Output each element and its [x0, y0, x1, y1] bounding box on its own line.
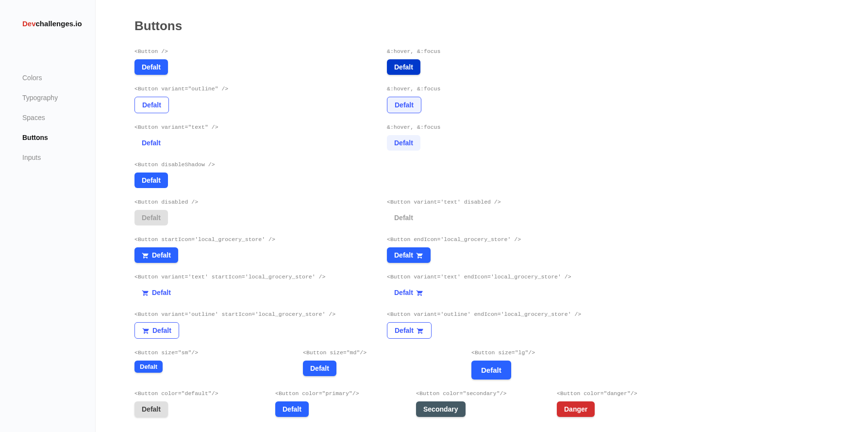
caption: <Button disableShadow />	[134, 161, 387, 168]
button-label: Defalt	[394, 251, 413, 259]
caption: <Button variant='outline' endIcon='local…	[387, 311, 639, 317]
cart-icon	[142, 327, 150, 334]
button-end-icon[interactable]: Defalt	[387, 247, 431, 263]
button-size-lg[interactable]: Defalt	[471, 361, 511, 380]
sidebar-item-typography[interactable]: Typography	[22, 94, 95, 102]
button-size-sm[interactable]: Defalt	[134, 361, 163, 373]
caption: <Button endIcon='local_grocery_store' />	[387, 236, 639, 242]
button-default-hover[interactable]: Defalt	[387, 59, 420, 75]
caption: &:hover, &:focus	[387, 124, 639, 130]
button-label: Defalt	[152, 289, 171, 296]
caption: <Button variant='text' startIcon='local_…	[134, 274, 387, 280]
button-start-icon[interactable]: Defalt	[134, 247, 178, 263]
caption: <Button startIcon='local_grocery_store' …	[134, 236, 387, 242]
caption: <Button size="lg"/>	[471, 349, 640, 356]
cart-icon	[142, 289, 149, 296]
sidebar: Devchallenges.io Colors Typography Space…	[0, 0, 96, 432]
caption: &:hover, &:focus	[387, 48, 639, 54]
button-color-danger[interactable]: Danger	[557, 401, 595, 417]
button-text[interactable]: Defalt	[134, 135, 168, 151]
caption: <Button variant="outline" />	[134, 86, 387, 92]
logo-rest: challenges.io	[36, 19, 82, 28]
button-label: Defalt	[152, 251, 171, 259]
caption: <Button variant='outline' startIcon='loc…	[134, 311, 387, 317]
button-color-secondary[interactable]: Secondary	[416, 401, 466, 417]
logo: Devchallenges.io	[22, 19, 95, 28]
cart-icon	[417, 327, 424, 334]
sidebar-item-colors[interactable]: Colors	[22, 74, 95, 82]
button-text-hover[interactable]: Defalt	[387, 135, 420, 151]
button-outline-start-icon[interactable]: Defalt	[134, 322, 179, 339]
caption: <Button size="sm"/>	[134, 349, 303, 356]
button-outline-hover[interactable]: Defalt	[387, 97, 421, 113]
caption: <Button />	[134, 48, 387, 54]
button-label: Defalt	[152, 327, 171, 334]
button-no-shadow[interactable]: Defalt	[134, 173, 168, 188]
caption: <Button color="default"/>	[134, 390, 275, 397]
caption: <Button variant="text" />	[134, 124, 387, 130]
logo-dev: Dev	[22, 19, 36, 28]
sidebar-item-inputs[interactable]: Inputs	[22, 154, 95, 161]
cart-icon	[416, 252, 423, 259]
cart-icon	[142, 252, 149, 259]
button-color-default[interactable]: Defalt	[134, 401, 168, 417]
button-outline-end-icon[interactable]: Defalt	[387, 322, 432, 339]
button-outline[interactable]: Defalt	[134, 97, 169, 113]
caption: <Button disabled />	[134, 199, 387, 205]
button-text-disabled: Defalt	[387, 210, 420, 225]
main-content: Buttons <Button /> Defalt &:hover, &:foc…	[96, 0, 868, 432]
button-color-primary[interactable]: Defalt	[275, 401, 309, 417]
button-size-md[interactable]: Defalt	[303, 361, 336, 376]
button-disabled: Defalt	[134, 210, 168, 225]
button-label: Defalt	[395, 327, 414, 334]
button-text-start-icon[interactable]: Defalt	[134, 285, 178, 300]
caption: <Button size="md"/>	[303, 349, 471, 356]
caption: <Button variant='text' disabled />	[387, 199, 639, 205]
sidebar-item-buttons[interactable]: Buttons	[22, 134, 95, 141]
button-text-end-icon[interactable]: Defalt	[387, 285, 431, 300]
page-title: Buttons	[134, 18, 839, 34]
button-label: Defalt	[394, 289, 413, 296]
caption: &:hover, &:focus	[387, 86, 639, 92]
caption: <Button color="danger"/>	[557, 390, 698, 397]
button-default[interactable]: Defalt	[134, 59, 168, 75]
sidebar-item-spaces[interactable]: Spaces	[22, 114, 95, 121]
nav: Colors Typography Spaces Buttons Inputs	[22, 74, 95, 161]
caption: <Button color="secondary"/>	[416, 390, 557, 397]
caption: <Button color="primary"/>	[275, 390, 416, 397]
cart-icon	[416, 289, 423, 296]
caption: <Button variant='text' endIcon='local_gr…	[387, 274, 639, 280]
